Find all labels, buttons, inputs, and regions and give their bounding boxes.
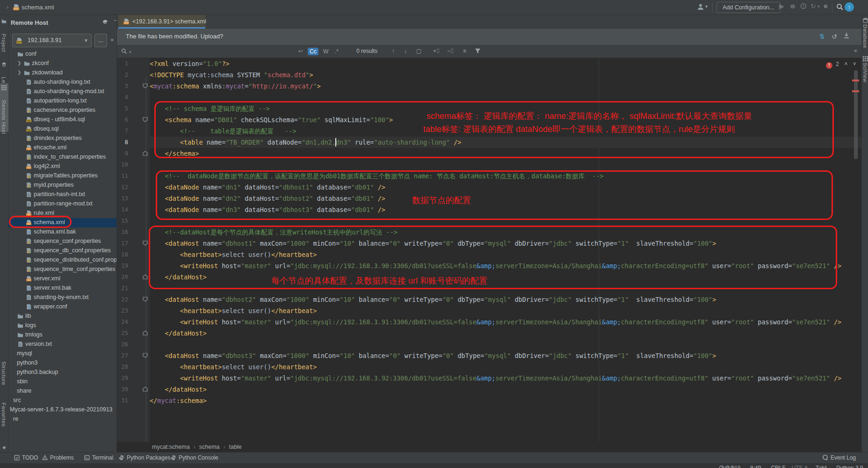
add-configuration-button[interactable]: Add Configuration... (716, 2, 781, 13)
tree-item-re[interactable]: re (8, 415, 116, 424)
stripe-tab-project[interactable]: Project (1, 34, 7, 52)
stripe-tab-database[interactable]: Database (862, 24, 868, 48)
code-line-1[interactable]: 1<?xml version="1.0"?> (117, 58, 861, 69)
code-line-27[interactable]: 27<dataHost name="dbhost3" maxCon="1000"… (117, 350, 861, 361)
gear-icon[interactable] (102, 19, 108, 26)
tree-item-lib[interactable]: lib (8, 312, 116, 321)
tree-item-src[interactable]: src (8, 396, 116, 405)
fold-start-icon[interactable] (143, 117, 148, 122)
ide-update-icon[interactable]: ↑ (845, 2, 854, 12)
navbar-file-title[interactable]: schema.xml (22, 4, 54, 11)
tree-item-zkdownload[interactable]: ❯zkdownload (8, 68, 116, 78)
sort-results-icon[interactable]: ≡ (463, 48, 466, 54)
newline-icon[interactable]: ↩ (298, 48, 303, 54)
code-line-23[interactable]: 23<heartbeat>select user()</heartbeat> (117, 305, 861, 316)
breadcrumb-schema[interactable]: schema (199, 444, 220, 450)
toolwindow-button-python-packages[interactable]: Python Packages (119, 454, 170, 461)
fold-end-icon[interactable] (143, 330, 148, 336)
tree-item-version.txt[interactable]: version.txt (8, 340, 116, 349)
tree-item-log4j2.xml[interactable]: <>log4j2.xml (8, 162, 116, 171)
browse-host-button[interactable]: ... (94, 34, 107, 47)
tree-item-share[interactable]: share (8, 387, 116, 396)
revert-icon[interactable]: ↺ (832, 33, 837, 40)
remove-occurrence-icon[interactable]: −⌷ (447, 48, 454, 54)
stripe-tab-sciview[interactable]: SciView (862, 63, 868, 82)
tab-close-icon[interactable]: × (197, 18, 200, 25)
profiler-icon[interactable] (800, 3, 807, 9)
tree-item-tmlogs[interactable]: tmlogs (8, 330, 116, 340)
tree-item-Mycat-server-1.6.7.3-release-20210913[interactable]: Mycat-server-1.6.7.3-release-20210913 (8, 405, 116, 415)
expand-chevron-icon[interactable]: ❯ (17, 60, 21, 66)
stripe-tab-remote-host[interactable]: Remote Host (1, 100, 7, 134)
toolwindow-button-todo[interactable]: TODO (14, 454, 38, 461)
next-occurrence-icon[interactable]: ↓ (404, 48, 407, 54)
tree-item-partition-range-mod.txt[interactable]: partition-range-mod.txt (8, 199, 116, 209)
tree-item-sbin[interactable]: sbin (8, 377, 116, 387)
code-line-2[interactable]: 2<!DOCTYPE mycat:schema SYSTEM "schema.d… (117, 69, 861, 80)
status-python-3.9[interactable]: Python 3.9 (836, 465, 863, 468)
chevron-down-icon[interactable]: ▾ (705, 4, 708, 9)
tree-item-zkconf[interactable]: ❯zkconf (8, 59, 116, 68)
code-line-24[interactable]: 24<writeHost host="master" url="jdbc:mys… (117, 316, 861, 328)
tree-item-myid.properties[interactable]: myid.properties (8, 181, 116, 190)
chevrons-right-icon[interactable]: » (110, 36, 114, 43)
upload-sync-icon[interactable]: ⇅ (819, 33, 825, 40)
chevron-up-icon[interactable]: ˄ (844, 61, 847, 67)
code-line-25[interactable]: 25</dataHost> (117, 328, 861, 339)
toolwindow-button-problems[interactable]: Problems (42, 454, 74, 461)
tree-item-migrateTables.properties[interactable]: migrateTables.properties (8, 171, 116, 181)
tree-item-schema.xml.bak[interactable]: ?schema.xml.bak (8, 227, 116, 237)
words-toggle[interactable]: W (321, 48, 330, 55)
fold-end-icon[interactable] (143, 387, 148, 392)
code-line-29[interactable]: 29<writeHost host="master" url="jdbc:mys… (117, 373, 861, 384)
tree-item-conf[interactable]: conf (8, 50, 116, 59)
code-line-3[interactable]: 3<mycat:schema xmlns:mycat="http://io.my… (117, 80, 861, 92)
coverage-icon[interactable]: ↻ (810, 2, 816, 10)
expand-chevron-icon[interactable]: ❯ (17, 70, 21, 75)
tree-item-cacheservice.properties[interactable]: cacheservice.properties (8, 106, 116, 115)
tree-item-autopartition-long.txt[interactable]: autopartition-long.txt (8, 96, 116, 106)
tree-item-mysql[interactable]: mysql (8, 349, 116, 358)
tree-item-python3[interactable]: python3 (8, 358, 116, 368)
editor-scrollbar[interactable] (854, 70, 858, 159)
tree-item-server.xml[interactable]: <>server.xml (8, 274, 116, 284)
close-find-bar-icon[interactable]: × (854, 48, 857, 54)
tree-item-server.xml.bak[interactable]: ?server.xml.bak (8, 284, 116, 293)
run-icon[interactable]: ▶ (779, 2, 784, 10)
fold-end-icon[interactable] (143, 151, 148, 156)
stripe-tab-structure[interactable]: Structure (1, 361, 7, 385)
tree-item-sequence_distributed_conf.properties[interactable]: sequence_distributed_conf.properties (8, 256, 116, 265)
status--n-a[interactable]: @/N/A (719, 465, 741, 468)
fold-end-icon[interactable] (143, 274, 148, 279)
chevron-down-icon[interactable]: ▾ (817, 4, 820, 9)
status-8-49[interactable]: 8:49 (750, 465, 761, 468)
host-select-dropdown[interactable]: SFTP 192.168.3.91 ▼ (12, 34, 92, 47)
search-history-caret-icon[interactable]: ▾ (129, 50, 131, 54)
toolwindow-button-event-log[interactable]: Event Log (822, 454, 856, 461)
code-line-22[interactable]: 22<dataHost name="dbhost2" maxCon="1000"… (117, 294, 861, 305)
match-case-toggle[interactable]: Cc (308, 48, 318, 55)
fold-start-icon[interactable] (143, 353, 148, 358)
fold-start-icon[interactable] (143, 241, 148, 246)
filter-icon[interactable] (475, 48, 481, 54)
tree-item-ehcache.xml[interactable]: <>ehcache.xml (8, 143, 116, 153)
tree-item-sequence_conf.properties[interactable]: sequence_conf.properties (8, 237, 116, 246)
find-in-selection-icon[interactable]: ▢ (416, 48, 421, 54)
tree-item-sequence_db_conf.properties[interactable]: sequence_db_conf.properties (8, 246, 116, 256)
error-stripe-mark[interactable] (852, 80, 859, 81)
tree-item-sharding-by-enum.txt[interactable]: sharding-by-enum.txt (8, 293, 116, 302)
code-line-30[interactable]: 30</dataHost> (117, 384, 861, 395)
tree-item-index_to_charset.properties[interactable]: index_to_charset.properties (8, 153, 116, 162)
tree-item-dbseq.sql[interactable]: SQLdbseq.sql (8, 124, 116, 134)
tree-item-python3.backup[interactable]: python3.backup (8, 368, 116, 377)
status-tab-[interactable]: Tab* (816, 465, 827, 468)
tree-item-partition-hash-int.txt[interactable]: partition-hash-int.txt (8, 190, 116, 199)
code-editor-area[interactable]: 1<?xml version="1.0"?>2<!DOCTYPE mycat:s… (117, 58, 861, 442)
code-line-31[interactable]: 31</mycat:schema> (117, 395, 861, 406)
tree-item-auto-sharding-rang-mod.txt[interactable]: auto-sharding-rang-mod.txt (8, 87, 116, 96)
stripe-tab-favorites[interactable]: Favorites (1, 402, 7, 427)
status-utf-8[interactable]: UTF-8 (792, 465, 808, 468)
add-occurrence-icon[interactable]: +⌷ (433, 48, 440, 54)
chevron-down-icon[interactable]: ˅ (853, 61, 856, 67)
tree-item-dbseq_-_utf8mb4.sql[interactable]: SQLdbseq - utf8mb4.sql (8, 115, 116, 124)
